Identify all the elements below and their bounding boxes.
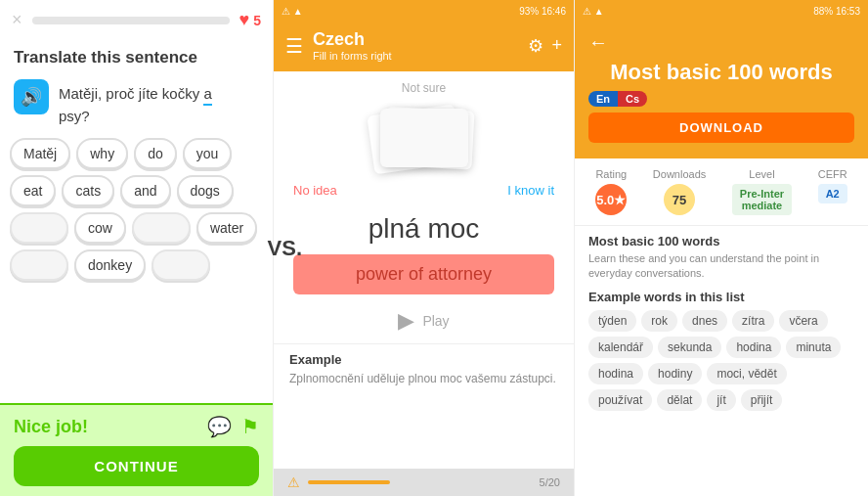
word-tag-9[interactable]: hodina [588, 363, 643, 384]
word-tag-1[interactable]: rok [641, 310, 677, 332]
progress-bar [32, 17, 230, 24]
word-chip-cow[interactable]: cow [74, 212, 126, 244]
rating-number: 5.0 [596, 193, 614, 207]
word-chip-dogs[interactable]: dogs [177, 175, 234, 206]
word-tag-11[interactable]: moci, vědět [707, 363, 786, 384]
flashcard-stack [274, 99, 574, 177]
downloads-value: 75 [664, 184, 695, 215]
section-desc: Learn these and you can understand the p… [588, 251, 854, 282]
lang-en-badge: En [588, 91, 618, 107]
empty-chip-3 [10, 249, 68, 281]
wordlist-body: Most basic 100 words Learn these and you… [575, 226, 868, 496]
words-title: Example words in this list [588, 290, 854, 304]
stat-level: Level Pre-Intermediate [732, 168, 792, 215]
feedback-panel: Nice job! 💬 ⚑ CONTINUE [0, 403, 273, 496]
status-left3: ⚠ ▲ [583, 6, 604, 17]
bottom-progress [308, 480, 390, 484]
word-tag-6[interactable]: sekunda [658, 337, 721, 358]
word-tag-3[interactable]: zítra [732, 310, 774, 332]
word-chip-why[interactable]: why [76, 138, 128, 169]
exercise-title: Translate this sentence [0, 40, 273, 73]
sentence-box: 🔊 Matěji, proč jíte kočky apsy? [0, 73, 273, 132]
nice-job-row: Nice job! 💬 ⚑ [14, 415, 259, 438]
rating-value: 5.0 ★ [595, 184, 627, 215]
flag-icon[interactable]: ⚑ [241, 415, 259, 438]
speaker-button[interactable]: 🔊 [14, 79, 49, 114]
word-tag-13[interactable]: dělat [657, 389, 702, 411]
example-text: Zplnomocnění uděluje plnou moc vašemu zá… [289, 371, 558, 387]
word-chip-do[interactable]: do [134, 138, 177, 169]
translation-text: power of attorney [356, 264, 492, 284]
level-value: Pre-Intermediate [732, 184, 792, 215]
word-tag-2[interactable]: dnes [682, 310, 727, 332]
cefr-label: CEFR [818, 168, 847, 180]
word-tag-14[interactable]: jít [707, 389, 735, 411]
stat-rating: Rating 5.0 ★ [595, 168, 627, 215]
word-chip-donkey[interactable]: donkey [74, 249, 146, 281]
hero-section: ← Most basic 100 words En Cs DOWNLOAD [575, 22, 868, 158]
sentence-text: Matěji, proč jíte kočky apsy? [59, 79, 212, 126]
word-chip-eat[interactable]: eat [10, 175, 56, 206]
add-icon[interactable]: + [551, 35, 562, 57]
level-label: Level [749, 168, 774, 180]
czech-subtitle: Fill in forms right [313, 50, 518, 62]
feedback-icons: 💬 ⚑ [207, 415, 259, 438]
word-tag-15[interactable]: přijít [741, 389, 783, 411]
empty-chip-2 [132, 212, 191, 244]
section-title: Most basic 100 words [588, 234, 854, 248]
empty-chip-1 [10, 212, 68, 244]
status-left: ⚠ ▲ [282, 6, 303, 17]
czech-title: Czech [313, 29, 518, 50]
flashcard-front[interactable] [380, 109, 468, 167]
hamburger-icon[interactable]: ☰ [285, 34, 303, 58]
hero-title: Most basic 100 words [588, 60, 854, 85]
word-tag-4[interactable]: včera [779, 310, 827, 332]
bottom-bar: ⚠ 5/20 [274, 469, 574, 496]
status-right: 93% 16:46 [519, 6, 566, 17]
header-text: Czech Fill in forms right [313, 29, 518, 62]
example-section: Example Zplnomocnění uděluje plnou moc v… [274, 343, 574, 391]
word-tag-12[interactable]: používat [588, 389, 652, 411]
close-icon[interactable]: × [12, 10, 22, 30]
stat-downloads: Downloads 75 [653, 168, 706, 215]
warning-icon: ⚠ [287, 474, 300, 490]
word-tag-0[interactable]: týden [588, 310, 636, 332]
heart-count: 5 [253, 13, 261, 28]
word-chip-and[interactable]: and [120, 175, 170, 206]
vs-label: VS. [268, 236, 302, 261]
back-button[interactable]: ← [588, 31, 608, 54]
panel-wordlist: ⚠ ▲ 88% 16:53 ← Most basic 100 words En … [575, 0, 868, 496]
chat-icon[interactable]: 💬 [207, 415, 232, 438]
word-tags-container: týdenrokdneszítravčerakalendářsekundahod… [588, 310, 854, 411]
answers-row: No idea I know it [274, 177, 574, 203]
underlined-word: a [203, 83, 211, 106]
empty-chip-4 [152, 249, 210, 281]
status-right3: 88% 16:53 [813, 6, 860, 17]
word-chip-you[interactable]: you [183, 138, 233, 169]
continue-button[interactable]: CONTINUE [14, 446, 259, 486]
panel-duolingo: × ♥ 5 Translate this sentence 🔊 Matěji, … [0, 0, 274, 496]
no-idea-button[interactable]: No idea [293, 183, 337, 198]
czech-header: ☰ Czech Fill in forms right ⚙ + [274, 22, 574, 71]
play-button[interactable]: ▶ Play [274, 298, 574, 343]
play-icon: ▶ [398, 308, 414, 334]
lang-cs-badge: Cs [618, 91, 647, 107]
i-know-button[interactable]: I know it [507, 183, 554, 198]
not-sure-label: Not sure [274, 71, 574, 99]
word-tag-5[interactable]: kalendář [588, 337, 653, 358]
word-chip-cats[interactable]: cats [62, 175, 114, 206]
word-tag-10[interactable]: hodiny [648, 363, 702, 384]
download-button[interactable]: DOWNLOAD [588, 113, 854, 143]
main-word: plná moc [274, 203, 574, 250]
filter-icon[interactable]: ⚙ [528, 35, 543, 57]
cefr-value: A2 [818, 184, 847, 203]
stats-section: Rating 5.0 ★ Downloads 75 Level Pre-Inte… [575, 158, 868, 226]
word-chip-matej[interactable]: Matěj [10, 138, 70, 169]
word-bank: Matěj why do you eat cats and dogs cow w… [0, 132, 273, 287]
lang-badges: En Cs [588, 91, 647, 107]
panel-czech: ⚠ ▲ 93% 16:46 ☰ Czech Fill in forms righ… [274, 0, 575, 496]
word-chip-water[interactable]: water [196, 212, 257, 244]
header-icons: ⚙ + [528, 35, 562, 57]
word-tag-7[interactable]: hodina [726, 337, 781, 358]
word-tag-8[interactable]: minuta [786, 337, 841, 358]
